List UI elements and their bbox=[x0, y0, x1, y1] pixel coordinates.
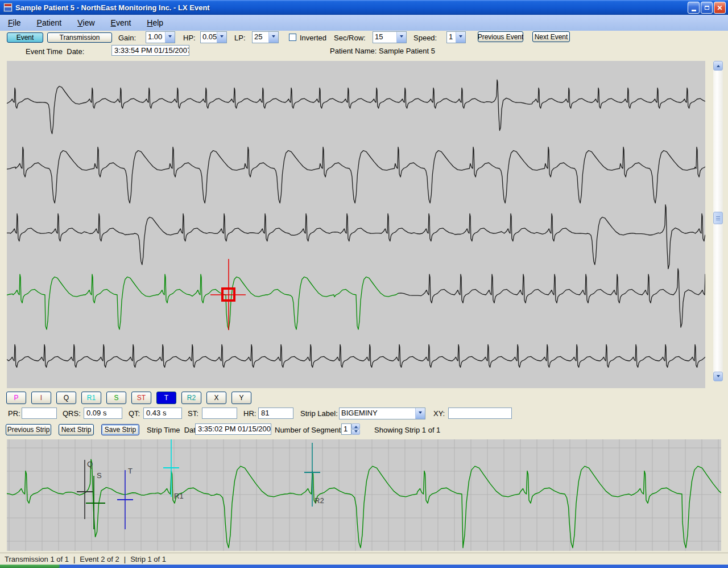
restore-icon bbox=[705, 6, 709, 10]
qt-input[interactable]: 0.43 s bbox=[143, 408, 182, 419]
titlebar: Sample Patient 5 - NorthEast Monitoring … bbox=[0, 0, 728, 15]
wave-button-i[interactable]: I bbox=[31, 392, 51, 404]
wave-button-x[interactable]: X bbox=[206, 392, 226, 404]
chevron-up-icon bbox=[354, 424, 358, 428]
chevron-down-icon bbox=[354, 430, 358, 434]
restore-button[interactable] bbox=[701, 2, 713, 14]
ecg-trace bbox=[7, 459, 721, 548]
status-separator: | bbox=[124, 555, 126, 563]
pr-input[interactable] bbox=[22, 408, 57, 419]
qrs-label: QRS: bbox=[63, 409, 81, 418]
chevron-up-icon bbox=[717, 63, 720, 67]
strip-label-select[interactable]: BIGEMINY bbox=[339, 408, 425, 419]
menu-patient[interactable]: Patient bbox=[29, 15, 70, 31]
xy-label: XY: bbox=[433, 409, 445, 418]
wave-button-t-selected[interactable]: T bbox=[156, 392, 176, 404]
close-button[interactable]: ✕ bbox=[714, 2, 726, 14]
ecg-vertical-scrollbar[interactable] bbox=[713, 61, 723, 381]
status-separator: | bbox=[73, 555, 75, 563]
ecg-trace bbox=[7, 205, 705, 269]
wave-button-r2[interactable]: R2 bbox=[181, 392, 201, 404]
status-bar: Transmission 1 of 1|Event 2 of 2|Strip 1… bbox=[0, 553, 728, 565]
scroll-down-button[interactable] bbox=[713, 372, 723, 381]
ecg-strip-panel[interactable]: QSTR1R2 bbox=[7, 439, 721, 551]
menubar: FilePatientViewEventHelp bbox=[0, 15, 728, 31]
spinner-up-button[interactable] bbox=[351, 423, 360, 429]
ecg-main-panel[interactable] bbox=[7, 61, 705, 388]
chevron-down-icon bbox=[717, 375, 720, 379]
previous-event-button[interactable]: Previous Event bbox=[478, 31, 523, 42]
app-icon bbox=[3, 3, 13, 12]
ecg-trace bbox=[7, 345, 705, 368]
wave-button-st[interactable]: ST bbox=[131, 392, 151, 404]
secrow-select[interactable]: 15 bbox=[373, 31, 407, 43]
xy-input[interactable] bbox=[448, 408, 512, 419]
ecg-trace bbox=[7, 147, 705, 203]
patient-name-text: Patient Name: Sample Patient 5 bbox=[330, 47, 435, 55]
gain-label: Gain: bbox=[118, 34, 136, 42]
chevron-down-icon[interactable] bbox=[165, 32, 175, 43]
chevron-down-icon[interactable] bbox=[268, 32, 278, 43]
event-time-label: Event Time Date: bbox=[26, 47, 84, 56]
ecg-main-traces bbox=[7, 61, 705, 388]
st-label: ST: bbox=[188, 409, 198, 418]
next-event-button[interactable]: Next Event bbox=[532, 31, 570, 42]
close-icon: ✕ bbox=[717, 5, 722, 11]
inverted-checkbox[interactable] bbox=[289, 34, 296, 41]
event-time-input[interactable]: 3:33:54 PM 01/15/2007 bbox=[111, 45, 189, 56]
st-input[interactable] bbox=[202, 408, 237, 419]
strip-time-input[interactable]: 3:35:02 PM 01/15/2007 bbox=[195, 423, 271, 435]
ecg-strip-trace: QSTR1R2 bbox=[7, 439, 721, 551]
menu-file[interactable]: File bbox=[0, 15, 29, 31]
segments-value[interactable]: 1 bbox=[341, 423, 351, 435]
qrs-input[interactable]: 0.09 s bbox=[84, 408, 122, 419]
menu-help[interactable]: Help bbox=[139, 15, 171, 31]
marker-t-label: T bbox=[128, 467, 133, 475]
secrow-label: Sec/Row: bbox=[334, 34, 366, 42]
wave-button-p[interactable]: P bbox=[6, 392, 26, 404]
qt-label: QT: bbox=[129, 409, 140, 418]
save-strip-button[interactable]: Save Strip bbox=[101, 424, 139, 435]
status-item: Transmission 1 of 1 bbox=[5, 555, 69, 563]
strip-label-label: Strip Label: bbox=[300, 409, 338, 418]
wave-button-y[interactable]: Y bbox=[231, 392, 251, 404]
scroll-thumb[interactable] bbox=[713, 212, 723, 224]
wave-button-q[interactable]: Q bbox=[56, 392, 76, 404]
hr-input[interactable]: 81 bbox=[258, 408, 293, 419]
taskbar-sliver bbox=[0, 565, 728, 568]
event-button[interactable]: Event bbox=[7, 32, 43, 43]
start-button-sliver[interactable] bbox=[0, 565, 60, 568]
lp-select[interactable]: 25 bbox=[252, 31, 279, 43]
chevron-down-icon[interactable] bbox=[217, 32, 226, 43]
grip-icon bbox=[716, 216, 720, 220]
gain-select[interactable]: 1.00 bbox=[146, 31, 175, 43]
ecg-trace bbox=[398, 269, 705, 327]
segments-label: Number of Segments: bbox=[275, 426, 346, 434]
marker-r2-label: R2 bbox=[315, 496, 324, 505]
segments-spinner[interactable]: 1 bbox=[341, 423, 360, 435]
scroll-up-button[interactable] bbox=[713, 61, 723, 71]
showing-strip-text: Showing Strip 1 of 1 bbox=[374, 426, 440, 434]
next-strip-button[interactable]: Next Strip bbox=[59, 424, 94, 435]
minimize-button[interactable] bbox=[688, 2, 700, 14]
speed-select[interactable]: 1 bbox=[446, 31, 466, 43]
hp-select[interactable]: 0.05 bbox=[200, 31, 227, 43]
wave-button-s[interactable]: S bbox=[106, 392, 126, 404]
pr-label: PR: bbox=[8, 409, 20, 418]
chevron-down-icon[interactable] bbox=[396, 32, 406, 43]
marker-s-label: S bbox=[97, 471, 102, 480]
speed-label: Speed: bbox=[413, 34, 437, 42]
lp-label: LP: bbox=[234, 34, 246, 42]
chevron-down-icon[interactable] bbox=[456, 32, 465, 43]
previous-strip-button[interactable]: Previous Strip bbox=[6, 424, 51, 435]
status-item: Strip 1 of 1 bbox=[130, 555, 166, 563]
chevron-down-icon[interactable] bbox=[415, 408, 425, 419]
menu-event[interactable]: Event bbox=[103, 15, 139, 31]
transmission-button[interactable]: Transmission bbox=[47, 32, 112, 43]
wave-button-r1[interactable]: R1 bbox=[81, 392, 101, 404]
minimize-icon bbox=[692, 10, 696, 11]
menu-view[interactable]: View bbox=[69, 15, 102, 31]
spinner-down-button[interactable] bbox=[351, 429, 360, 435]
inverted-label: Inverted bbox=[300, 34, 326, 42]
ecg-trace bbox=[7, 274, 398, 330]
